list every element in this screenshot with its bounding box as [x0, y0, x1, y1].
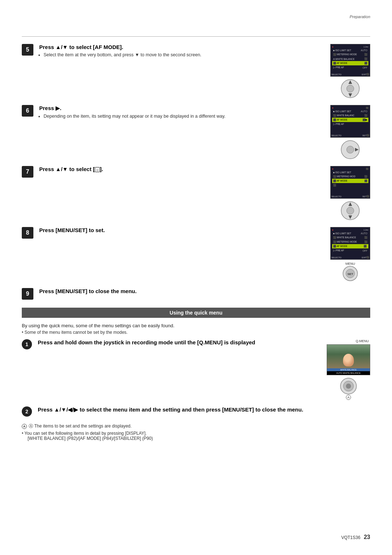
step-7-camera-screen: ● ⬛ ■ ISO LIMIT SET ⬛ METERING MOD ⬛ ⬛ A…: [330, 166, 370, 199]
step-5-menu-preaf: ▷ PRE AF OFF: [332, 65, 368, 70]
qm-step-1-screen-group: Q.MENU WHITE BALANCE AUTO WHITE BALANCE: [327, 339, 370, 375]
step-9-number: 9: [22, 288, 33, 300]
note-c: [WHITE BALANCE] (P82)/[AF MODE] (P84)/[S…: [28, 436, 370, 441]
step-7-dpad: [340, 201, 360, 220]
page-code: VQT1S36: [341, 535, 360, 540]
top-divider: [22, 36, 370, 37]
step-6-sub: Depending on the item, its setting may n…: [44, 113, 324, 120]
step-7-content: Press ▲/▼ to select [☺].: [39, 166, 324, 174]
step-6-number: 6: [22, 105, 33, 117]
page-number: 23: [364, 534, 370, 540]
step-7-menu-iso: ■ ISO LIMIT SET: [332, 170, 368, 174]
qm-step-2-number: 2: [22, 406, 32, 417]
step-8-number: 8: [22, 227, 33, 239]
step-6-menu-preaf: ▷ PRE AF: [332, 122, 368, 126]
qm-step-1-right: Q.MENU WHITE BALANCE AUTO WHITE BALANCE …: [327, 339, 370, 400]
step-6-block: 6 Press ▶. Depending on the item, its se…: [22, 105, 370, 159]
qm-auto-wb-label: AUTO WHITE BALANCE: [327, 371, 370, 375]
quick-menu-intro: By using the quick menu, some of the men…: [22, 323, 370, 328]
step-5-menu-af: ⬛ AF MODE ⬛: [332, 61, 368, 65]
step-5-content: Press ▲/▼ to select [AF MODE]. Select th…: [39, 44, 324, 58]
step-9-content: Press [MENU/SET] to close the menu.: [39, 288, 370, 296]
qm-step-1-joystick-group: A: [340, 377, 357, 400]
step-8-menu-set-group: MENU SET: [342, 262, 358, 281]
step-6-menu-af: ⬛ AF MODE ⬛▶: [332, 118, 368, 122]
step-8-right: ● 1 2▪▪▪ ■ ISO LIMIT SET AUTO ⬛ WHITE BA…: [330, 227, 370, 281]
step-8-title: Press [MENU/SET] to set.: [39, 227, 324, 233]
qm-step-1-screen: WHITE BALANCE AUTO WHITE BALANCE: [327, 344, 370, 375]
step-6-menu-iso: ■ ISO LIMIT SET AUTO: [332, 109, 368, 113]
step-6-dpad: [340, 140, 360, 159]
step-8-content: Press [MENU/SET] to set.: [39, 227, 324, 235]
step-7-block: 7 Press ▲/▼ to select [☺]. ● ⬛ ■ ISO LIM…: [22, 166, 370, 220]
qm-step-1-title: Press and hold down the joystick in reco…: [38, 339, 321, 345]
step-8-cam-icons: ● 1 2▪▪▪: [332, 229, 368, 231]
step-5-right: ● 1 2▪▪▪ ■ ISO LIMIT SET AUTO ⬛ METERING…: [330, 44, 370, 98]
step-6-right: ● ⬛ ■ ISO LIMIT SET AUTO ⬛ WHITE BALANC …: [330, 105, 370, 159]
step-7-menu-extra: ⬛: [332, 183, 368, 187]
step-7-bottom-bar: SELECT⊙SET⬛: [331, 195, 369, 198]
qm-photo-bg: [327, 345, 370, 368]
note-a: A Ⓐ The items to be set and the settings…: [22, 423, 370, 429]
step-8-camera-screen: ● 1 2▪▪▪ ■ ISO LIMIT SET AUTO ⬛ WHITE BA…: [330, 227, 370, 260]
step-7-right: ● ⬛ ■ ISO LIMIT SET ⬛ METERING MOD ⬛ ⬛ A…: [330, 166, 370, 220]
step-5-block: 5 Press ▲/▼ to select [AF MODE]. Select …: [22, 44, 370, 98]
step-7-title: Press ▲/▼ to select [☺].: [39, 166, 324, 172]
page-container: Preparation 5 Press ▲/▼ to select [AF MO…: [0, 0, 392, 555]
menu-label: MENU: [346, 262, 355, 266]
notes-section: A Ⓐ The items to be set and the settings…: [22, 423, 370, 441]
step-5-number: 5: [22, 44, 33, 56]
step-7-cam-icons: ● ⬛: [332, 168, 368, 170]
step-6-content: Press ▶. Depending on the item, its sett…: [39, 105, 324, 120]
svg-point-5: [347, 146, 354, 153]
step-5-menu-wb: ⬛ METERING MODE ⬛: [332, 52, 368, 57]
note-b: • You can set the following items in det…: [22, 431, 370, 436]
qm-step-1-block: 1 Press and hold down the joystick in re…: [22, 339, 370, 400]
step-6-title: Press ▶.: [39, 105, 324, 112]
step-6-bottom-bar: SELECT⊙SET⬛: [331, 134, 369, 137]
qmenu-label: Q.MENU: [356, 339, 369, 343]
step-5-menu-iso: ■ ISO LIMIT SET AUTO: [332, 48, 368, 52]
page-footer: VQT1S36 23: [341, 534, 370, 540]
step-5-camera-screen: ● 1 2▪▪▪ ■ ISO LIMIT SET AUTO ⬛ METERING…: [330, 44, 370, 77]
svg-point-1: [347, 85, 354, 92]
svg-point-8: [347, 207, 354, 214]
step-7-menu-af: ⬛ AF MODE ⬛: [332, 179, 368, 183]
qm-joystick-icon: [340, 377, 357, 395]
step-8-menu-iso: ■ ISO LIMIT SET AUTO: [332, 231, 368, 235]
step-7-menu-metering: ⬛ METERING MOD ⬛: [332, 174, 368, 179]
step-8-menu-preaf: ▷ PRE AF OFF: [332, 248, 368, 253]
qm-step-1-content: Press and hold down the joystick in reco…: [38, 339, 321, 347]
preparation-label: Preparation: [350, 15, 370, 19]
step-8-menu-af: ⬛ AF MODE ⬛: [332, 244, 368, 248]
step-9-title: Press [MENU/SET] to close the menu.: [39, 288, 370, 294]
qm-wb-label: WHITE BALANCE: [327, 368, 370, 371]
step-9-block: 9 Press [MENU/SET] to close the menu.: [22, 288, 370, 300]
step-7-number: 7: [22, 166, 33, 178]
step-5-cam-icons: ● 1 2▪▪▪: [332, 46, 368, 48]
step-8-menu-wb: ⬛ WHITE BALANCE ⬛: [332, 235, 368, 240]
step-6-cam-icons: ● ⬛: [332, 107, 368, 109]
qm-step-2-block: 2 Press ▲/▼/◀/▶ to select the menu item …: [22, 406, 370, 417]
step-6-menu-wb: ⬛ WHITE BALANC ⬛: [332, 113, 368, 118]
step-8-block: 8 Press [MENU/SET] to set. ● 1 2▪▪▪ ■ IS…: [22, 227, 370, 281]
step-8-menu-set-btn: SET: [342, 266, 358, 281]
qm-step-2-title: Press ▲/▼/◀/▶ to select the menu item an…: [38, 406, 370, 413]
quick-menu-intro-sub: • Some of the menu items cannot be set b…: [22, 330, 370, 335]
step-8-menu-metering: ⬛ METERING MODE ⬛: [332, 240, 368, 244]
qm-step-1-number: 1: [22, 339, 32, 349]
step-8-bottom-bar: SELECT⊙EXIT⬛: [331, 256, 369, 259]
qm-step-2-content: Press ▲/▼/◀/▶ to select the menu item an…: [38, 406, 370, 414]
quick-menu-header: Using the quick menu: [22, 308, 370, 318]
step-5-title: Press ▲/▼ to select [AF MODE].: [39, 44, 324, 50]
svg-point-16: [346, 384, 351, 389]
step-6-camera-screen: ● ⬛ ■ ISO LIMIT SET AUTO ⬛ WHITE BALANC …: [330, 105, 370, 138]
circle-a-label: A: [346, 395, 351, 400]
step-5-dpad: [340, 79, 360, 98]
step-5-menu-balance: A WHITE BALANCE ⬛: [332, 57, 368, 61]
step-5-sub: Select the item at the very bottom, and …: [44, 52, 324, 58]
step-5-bottom-bar: SELECT⊙EXIT⬛: [331, 73, 369, 76]
svg-text:SET: SET: [347, 272, 353, 276]
